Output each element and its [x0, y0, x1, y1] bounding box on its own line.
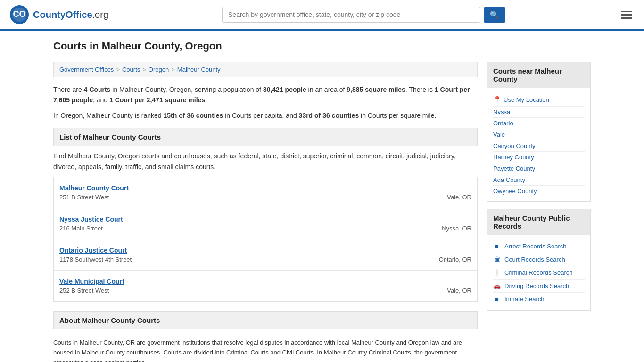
sidebar-records-section: Malheur County Public Records ■ Arrest R… — [487, 209, 591, 311]
court-item-0: Malheur County Court 251 B Street West V… — [54, 177, 477, 208]
list-description: Find Malheur County, Oregon courts and c… — [53, 151, 478, 172]
court-address-1: 216 Main Street — [59, 225, 103, 232]
svg-text:CO: CO — [13, 9, 26, 19]
breadcrumb-oregon[interactable]: Oregon — [149, 66, 169, 73]
nearby-link-6[interactable]: Ada County — [493, 174, 585, 186]
pr-link-3[interactable]: 🚗 Driving Records Search — [493, 280, 585, 293]
sidebar-nearby-section: Courts near Malheur County 📍 Use My Loca… — [487, 62, 591, 202]
breadcrumb-gov-offices[interactable]: Government Offices — [59, 66, 114, 73]
nearby-link-1[interactable]: Ontario — [493, 118, 585, 129]
court-name-3[interactable]: Vale Municipal Court — [59, 278, 471, 285]
court-list: Malheur County Court 251 B Street West V… — [53, 177, 478, 302]
pr-link-0[interactable]: ■ Arrest Records Search — [493, 240, 585, 253]
search-icon: 🔍 — [490, 11, 499, 19]
court-details-3: 252 B Street West Vale, OR — [59, 287, 471, 294]
court-location-3: Vale, OR — [447, 287, 471, 294]
court-location-0: Vale, OR — [447, 194, 471, 201]
nearby-link-7[interactable]: Owyhee County — [493, 186, 585, 197]
breadcrumb-sep-3: > — [171, 66, 175, 73]
about-section-header: About Malheur County Courts — [53, 311, 478, 329]
breadcrumb-courts[interactable]: Courts — [122, 66, 140, 73]
sidebar-nearby-content: 📍 Use My Location Nyssa Ontario Vale Can… — [487, 88, 591, 202]
court-address-2: 1178 Southwest 4th Street — [59, 256, 132, 263]
court-name-0[interactable]: Malheur County Court — [59, 184, 471, 192]
court-name-1[interactable]: Nyssa Justice Court — [59, 215, 471, 223]
content-area: Government Offices > Courts > Oregon > M… — [53, 62, 478, 362]
location-pin-icon: 📍 — [493, 96, 501, 103]
menu-button[interactable] — [619, 8, 635, 21]
court-location-2: Ontario, OR — [439, 256, 471, 263]
court-item-2: Ontario Justice Court 1178 Southwest 4th… — [54, 239, 477, 271]
about-text: Courts in Malheur County, OR are governm… — [53, 334, 478, 362]
area: 9,885 square miles — [347, 86, 405, 93]
search-button[interactable]: 🔍 — [484, 7, 505, 23]
pr-icon-4: ■ — [493, 296, 501, 303]
court-address-0: 251 B Street West — [59, 194, 109, 201]
pr-link-1[interactable]: 🏛 Court Records Search — [493, 253, 585, 266]
intro-paragraph: There are 4 Courts in Malheur County, Or… — [53, 84, 478, 106]
pr-icon-0: ■ — [493, 243, 501, 250]
rank1: 15th of 36 counties — [163, 112, 223, 119]
pr-link-2[interactable]: ❕ Criminal Records Search — [493, 266, 585, 280]
sidebar-records-content: ■ Arrest Records Search 🏛 Court Records … — [487, 235, 591, 311]
rank2: 33rd of 36 counties — [299, 112, 359, 119]
breadcrumb-malheur[interactable]: Malheur County — [177, 66, 221, 73]
pr-icon-1: 🏛 — [493, 256, 501, 263]
court-details-0: 251 B Street West Vale, OR — [59, 194, 471, 201]
court-item-3: Vale Municipal Court 252 B Street West V… — [54, 271, 477, 301]
nearby-link-2[interactable]: Vale — [493, 129, 585, 140]
page-title-area: Courts in Malheur County, Oregon — [44, 31, 600, 52]
nearby-link-4[interactable]: Harney County — [493, 152, 585, 163]
court-details-2: 1178 Southwest 4th Street Ontario, OR — [59, 256, 471, 263]
sidebar-records-title: Malheur County Public Records — [487, 209, 591, 235]
per-area: 1 Court per 2,471 square miles — [109, 96, 205, 104]
ranking-paragraph: In Oregon, Malheur County is ranked 15th… — [53, 110, 478, 121]
search-area: 🔍 — [222, 7, 505, 23]
logo-icon: CO — [9, 5, 29, 25]
sidebar-nearby-title: Courts near Malheur County — [487, 62, 591, 88]
search-input[interactable] — [222, 7, 480, 23]
nearby-link-3[interactable]: Canyon County — [493, 140, 585, 152]
list-section-header: List of Malheur County Courts — [53, 128, 478, 146]
breadcrumb-sep-1: > — [116, 66, 120, 73]
breadcrumb: Government Offices > Courts > Oregon > M… — [53, 62, 478, 77]
breadcrumb-sep-2: > — [142, 66, 146, 73]
courts-count: 4 Courts — [84, 86, 111, 93]
sidebar: Courts near Malheur County 📍 Use My Loca… — [487, 62, 591, 362]
main-container: Government Offices > Courts > Oregon > M… — [44, 52, 600, 362]
population: 30,421 people — [263, 86, 306, 93]
logo-area: CO CountyOffice.org — [9, 5, 108, 25]
nearby-link-5[interactable]: Payette County — [493, 163, 585, 174]
pr-link-4[interactable]: ■ Inmate Search — [493, 293, 585, 305]
pr-icon-3: 🚗 — [493, 282, 501, 289]
court-location-1: Nyssa, OR — [442, 225, 471, 232]
logo-text: CountyOffice.org — [33, 9, 108, 20]
header: CO CountyOffice.org 🔍 — [0, 0, 644, 31]
court-address-3: 252 B Street West — [59, 287, 109, 294]
nearby-link-0[interactable]: Nyssa — [493, 107, 585, 118]
pr-icon-2: ❕ — [493, 269, 501, 276]
court-item-1: Nyssa Justice Court 216 Main Street Nyss… — [54, 208, 477, 239]
court-details-1: 216 Main Street Nyssa, OR — [59, 225, 471, 232]
court-name-2[interactable]: Ontario Justice Court — [59, 247, 471, 254]
page-title: Courts in Malheur County, Oregon — [53, 40, 591, 52]
hamburger-icon — [621, 11, 632, 19]
use-location-link[interactable]: 📍 Use My Location — [493, 93, 585, 107]
